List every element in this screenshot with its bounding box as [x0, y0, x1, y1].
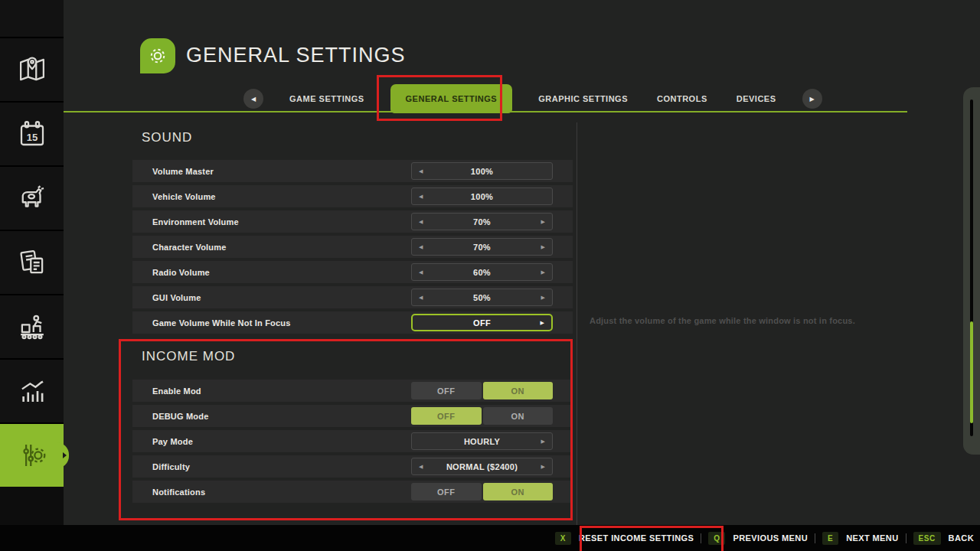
decrease-arrow-icon[interactable]: ◀ [419, 163, 423, 179]
sidebar-spacer [0, 0, 64, 37]
tab-general-settings[interactable]: GENERAL SETTINGS [390, 84, 513, 113]
scroll-panel-edge [963, 87, 980, 455]
decrease-arrow-icon[interactable]: ◀ [419, 239, 423, 255]
game-volume-not-in-focus-stepper[interactable]: OFF ▶ [411, 314, 553, 331]
setting-label: GUI Volume [152, 286, 201, 308]
income-mod-section-heading: INCOME MOD [142, 349, 235, 364]
setting-row-difficulty: Difficulty ◀ NORMAL ($2400) ▶ [132, 455, 573, 478]
key-q-badge: Q [708, 532, 725, 545]
tab-bar: ◀ GAME SETTINGS GENERAL SETTINGS GRAPHIC… [243, 84, 822, 113]
sidebar-item-map[interactable] [0, 37, 64, 101]
setting-label: Vehicle Volume [152, 185, 216, 207]
sidebar: 15 [0, 0, 64, 525]
increase-arrow-icon[interactable]: ▶ [541, 214, 545, 230]
hint-separator [701, 533, 701, 543]
hint-back[interactable]: ESC BACK [913, 532, 974, 545]
contracts-icon [16, 246, 48, 279]
volume-master-stepper[interactable]: ◀ 100% [411, 162, 553, 180]
toggle-off-button[interactable]: OFF [411, 407, 482, 425]
hint-label: PREVIOUS MENU [733, 533, 808, 543]
vehicle-volume-stepper[interactable]: ◀ 100% [411, 187, 553, 205]
setting-label: Enable Mod [152, 380, 201, 402]
sidebar-item-contracts[interactable] [0, 230, 64, 294]
active-tab-notch-icon [63, 452, 67, 458]
setting-row-gui-volume: GUI Volume ◀ 50% ▶ [132, 286, 573, 308]
decrease-arrow-icon[interactable]: ◀ [419, 289, 423, 305]
increase-arrow-icon[interactable]: ▶ [541, 433, 545, 449]
setting-row-pay-mode: Pay Mode HOURLY ▶ [132, 430, 573, 452]
tab-devices[interactable]: DEVICES [733, 94, 779, 103]
cow-icon [16, 182, 48, 214]
setting-label: Character Volume [152, 236, 227, 258]
tab-game-settings[interactable]: GAME SETTINGS [286, 94, 368, 103]
toggle-on-button[interactable]: ON [483, 382, 554, 399]
svg-text:15: 15 [26, 132, 38, 143]
setting-row-volume-master: Volume Master ◀ 100% [132, 160, 573, 182]
tabs-prev-button[interactable]: ◀ [243, 89, 263, 109]
setting-label: Difficulty [152, 455, 190, 478]
pay-mode-stepper[interactable]: HOURLY ▶ [411, 432, 553, 450]
setting-label: DEBUG Mode [152, 405, 209, 427]
hint-previous-menu[interactable]: Q PREVIOUS MENU [708, 532, 808, 545]
sidebar-item-production[interactable] [0, 294, 64, 358]
scrollbar-thumb[interactable] [970, 321, 973, 423]
decrease-arrow-icon[interactable]: ◀ [419, 458, 423, 474]
page-title: GENERAL SETTINGS [186, 44, 406, 67]
hint-separator [906, 533, 906, 543]
toggle-on-button[interactable]: ON [483, 483, 554, 500]
sidebar-item-animals[interactable] [0, 165, 64, 230]
increase-arrow-icon[interactable]: ▶ [541, 264, 545, 280]
calendar-icon: 15 [16, 118, 48, 150]
settings-badge [140, 38, 175, 73]
tab-controls[interactable]: CONTROLS [654, 94, 710, 103]
sidebar-item-mod-settings[interactable] [0, 422, 64, 487]
setting-label: Volume Master [152, 160, 214, 182]
tab-underline [64, 111, 907, 112]
decrease-arrow-icon[interactable]: ◀ [419, 214, 423, 230]
tab-graphic-settings[interactable]: GRAPHIC SETTINGS [535, 94, 631, 103]
stepper-value: 100% [471, 192, 493, 201]
hint-reset-income-settings[interactable]: X RESET INCOME SETTINGS [555, 532, 694, 545]
decrease-arrow-icon[interactable]: ◀ [419, 188, 423, 204]
increase-arrow-icon[interactable]: ▶ [541, 458, 545, 474]
sound-section-heading: SOUND [142, 130, 192, 145]
hint-separator [815, 533, 815, 543]
gui-volume-stepper[interactable]: ◀ 50% ▶ [411, 289, 553, 306]
setting-label: Notifications [152, 481, 205, 503]
enable-mod-toggle: OFF ON [411, 382, 553, 399]
setting-row-vehicle-volume: Vehicle Volume ◀ 100% [132, 185, 573, 207]
setting-label: Pay Mode [152, 430, 193, 452]
environment-volume-stepper[interactable]: ◀ 70% ▶ [411, 213, 553, 230]
decrease-arrow-icon[interactable]: ◀ [419, 264, 423, 280]
setting-label: Game Volume While Not In Focus [152, 311, 291, 334]
hint-label: RESET INCOME SETTINGS [579, 533, 694, 543]
increase-arrow-icon[interactable]: ▶ [541, 239, 545, 255]
map-icon [16, 54, 48, 86]
tabs-next-button[interactable]: ▶ [802, 89, 822, 109]
next-arrow-icon: ▶ [809, 96, 814, 103]
sidebar-item-calendar[interactable]: 15 [0, 101, 64, 165]
toggle-on-button[interactable]: ON [483, 407, 554, 425]
setting-row-debug-mode: DEBUG Mode OFF ON [132, 405, 573, 427]
hint-next-menu[interactable]: E NEXT MENU [822, 532, 899, 545]
setting-row-game-volume-not-in-focus: Game Volume While Not In Focus OFF ▶ [132, 311, 573, 334]
increase-arrow-icon[interactable]: ▶ [541, 289, 545, 305]
hint-label: NEXT MENU [846, 533, 898, 543]
setting-row-character-volume: Character Volume ◀ 70% ▶ [132, 236, 573, 258]
sidebar-item-statistics[interactable] [0, 358, 64, 422]
toggle-off-button[interactable]: OFF [411, 483, 482, 500]
column-divider [577, 122, 577, 525]
difficulty-stepper[interactable]: ◀ NORMAL ($2400) ▶ [411, 458, 553, 475]
statistics-icon [16, 375, 48, 407]
character-volume-stepper[interactable]: ◀ 70% ▶ [411, 238, 553, 256]
stepper-value: 100% [471, 167, 493, 176]
key-x-badge: X [555, 532, 571, 545]
key-e-badge: E [822, 532, 838, 545]
increase-arrow-icon[interactable]: ▶ [541, 315, 544, 330]
radio-volume-stepper[interactable]: ◀ 60% ▶ [411, 263, 553, 281]
stepper-value: 60% [473, 268, 491, 277]
toggle-off-button[interactable]: OFF [411, 382, 482, 399]
stepper-value: 50% [473, 293, 491, 302]
stepper-value: 70% [473, 217, 491, 227]
scrollbar-track[interactable] [970, 99, 973, 436]
